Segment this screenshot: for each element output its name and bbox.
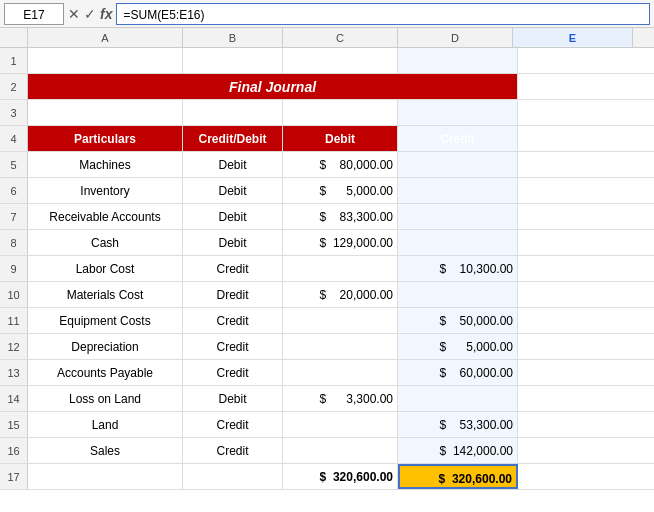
- col-header-b[interactable]: B: [183, 28, 283, 47]
- row-num-8: 8: [0, 230, 28, 255]
- cell-e13[interactable]: $ 60,000.00: [398, 360, 518, 385]
- title-text: Final Journal: [229, 79, 316, 95]
- cell-reference[interactable]: E17: [4, 3, 64, 25]
- cell-d12[interactable]: [283, 334, 398, 359]
- cell-c5[interactable]: Debit: [183, 152, 283, 177]
- cell-b11[interactable]: Equipment Costs: [28, 308, 183, 333]
- row-num-6: 6: [0, 178, 28, 203]
- row-num-1: 1: [0, 48, 28, 73]
- row-13: 13 Accounts Payable Credit $ 60,000.00: [0, 360, 654, 386]
- col-header-a[interactable]: A: [28, 28, 183, 47]
- cell-e12[interactable]: $ 5,000.00: [398, 334, 518, 359]
- cell-d16[interactable]: [283, 438, 398, 463]
- cell-c11[interactable]: Credit: [183, 308, 283, 333]
- cell-c15[interactable]: Credit: [183, 412, 283, 437]
- cell-e15[interactable]: $ 53,300.00: [398, 412, 518, 437]
- corner-header: [0, 28, 28, 47]
- cell-d13[interactable]: [283, 360, 398, 385]
- row-num-15: 15: [0, 412, 28, 437]
- cell-b1[interactable]: [28, 48, 183, 73]
- cell-e17[interactable]: $ 320,600.00: [398, 464, 518, 489]
- cell-b10[interactable]: Materials Cost: [28, 282, 183, 307]
- row-12: 12 Depreciation Credit $ 5,000.00: [0, 334, 654, 360]
- formula-input[interactable]: =SUM(E5:E16): [116, 3, 650, 25]
- cell-d3[interactable]: [283, 100, 398, 125]
- cell-c1[interactable]: [183, 48, 283, 73]
- cell-e3[interactable]: [398, 100, 518, 125]
- row-10: 10 Materials Cost Dredit $ 20,000.00: [0, 282, 654, 308]
- row-num-4: 4: [0, 126, 28, 151]
- cell-d5[interactable]: $ 80,000.00: [283, 152, 398, 177]
- cell-c7[interactable]: Debit: [183, 204, 283, 229]
- cell-e10[interactable]: [398, 282, 518, 307]
- cell-c10[interactable]: Dredit: [183, 282, 283, 307]
- cell-d15[interactable]: [283, 412, 398, 437]
- cell-b17[interactable]: [28, 464, 183, 489]
- row-6: 6 Inventory Debit $ 5,000.00: [0, 178, 654, 204]
- column-headers: A B C D E: [0, 28, 654, 48]
- fx-label: fx: [100, 6, 112, 22]
- cell-e9[interactable]: $ 10,300.00: [398, 256, 518, 281]
- cell-d9[interactable]: [283, 256, 398, 281]
- col-header-c[interactable]: C: [283, 28, 398, 47]
- cell-c16[interactable]: Credit: [183, 438, 283, 463]
- cell-e5[interactable]: [398, 152, 518, 177]
- cell-d10[interactable]: $ 20,000.00: [283, 282, 398, 307]
- row-9: 9 Labor Cost Credit $ 10,300.00: [0, 256, 654, 282]
- confirm-icon[interactable]: ✓: [84, 6, 96, 22]
- header-particulars: Particulars: [28, 126, 183, 151]
- cell-e6[interactable]: [398, 178, 518, 203]
- cell-c13[interactable]: Credit: [183, 360, 283, 385]
- formula-icons: ✕ ✓ fx: [68, 6, 112, 22]
- row-14: 14 Loss on Land Debit $ 3,300.00: [0, 386, 654, 412]
- cell-e7[interactable]: [398, 204, 518, 229]
- cell-e11[interactable]: $ 50,000.00: [398, 308, 518, 333]
- header-credit: Credit: [398, 126, 518, 151]
- cell-d1[interactable]: [283, 48, 398, 73]
- rows-container: 1 2 Final Journal 3 4 Particulars Credit…: [0, 48, 654, 512]
- cell-c12[interactable]: Credit: [183, 334, 283, 359]
- cell-b9[interactable]: Labor Cost: [28, 256, 183, 281]
- cell-d8[interactable]: $ 129,000.00: [283, 230, 398, 255]
- cell-e1[interactable]: [398, 48, 518, 73]
- cell-b14[interactable]: Loss on Land: [28, 386, 183, 411]
- cell-b8[interactable]: Cash: [28, 230, 183, 255]
- row-num-5: 5: [0, 152, 28, 177]
- cell-d7[interactable]: $ 83,300.00: [283, 204, 398, 229]
- row-1: 1: [0, 48, 654, 74]
- cell-c3[interactable]: [183, 100, 283, 125]
- col-header-e[interactable]: E: [513, 28, 633, 47]
- cell-d14[interactable]: $ 3,300.00: [283, 386, 398, 411]
- cell-d6[interactable]: $ 5,000.00: [283, 178, 398, 203]
- cell-c6[interactable]: Debit: [183, 178, 283, 203]
- cell-b16[interactable]: Sales: [28, 438, 183, 463]
- row-3: 3: [0, 100, 654, 126]
- row-15: 15 Land Credit $ 53,300.00: [0, 412, 654, 438]
- row-num-10: 10: [0, 282, 28, 307]
- cell-e8[interactable]: [398, 230, 518, 255]
- header-credit-debit: Credit/Debit: [183, 126, 283, 151]
- cell-b7[interactable]: Receivable Accounts: [28, 204, 183, 229]
- cell-d17[interactable]: $ 320,600.00: [283, 464, 398, 489]
- cell-b15[interactable]: Land: [28, 412, 183, 437]
- cancel-icon[interactable]: ✕: [68, 6, 80, 22]
- row-2: 2 Final Journal: [0, 74, 654, 100]
- row-num-2: 2: [0, 74, 28, 99]
- cell-b12[interactable]: Depreciation: [28, 334, 183, 359]
- cell-c9[interactable]: Credit: [183, 256, 283, 281]
- cell-b13[interactable]: Accounts Payable: [28, 360, 183, 385]
- cell-e14[interactable]: [398, 386, 518, 411]
- col-header-d[interactable]: D: [398, 28, 513, 47]
- cell-b3[interactable]: [28, 100, 183, 125]
- row-num-14: 14: [0, 386, 28, 411]
- spreadsheet: A B C D E 1 2 Final Journal 3: [0, 28, 654, 512]
- cell-b6[interactable]: Inventory: [28, 178, 183, 203]
- cell-c17[interactable]: [183, 464, 283, 489]
- row-num-12: 12: [0, 334, 28, 359]
- cell-e16[interactable]: $ 142,000.00: [398, 438, 518, 463]
- cell-b5[interactable]: Machines: [28, 152, 183, 177]
- cell-c14[interactable]: Debit: [183, 386, 283, 411]
- row-4: 4 Particulars Credit/Debit Debit Credit: [0, 126, 654, 152]
- cell-d11[interactable]: [283, 308, 398, 333]
- cell-c8[interactable]: Debit: [183, 230, 283, 255]
